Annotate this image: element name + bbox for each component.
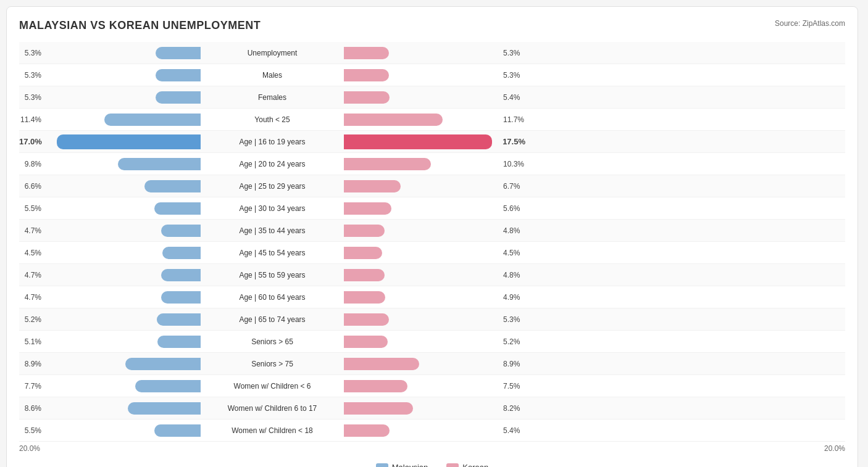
malaysian-label: Malaysian <box>392 463 428 467</box>
right-section: 5.3% <box>340 47 525 59</box>
legend: Malaysian Korean <box>19 463 845 467</box>
right-bar-wrap <box>344 114 501 126</box>
right-bar <box>344 313 389 326</box>
left-value: 5.3% <box>19 71 41 80</box>
bottom-axis-left: 20.0% <box>19 444 40 453</box>
bar-row: 5.2% Age | 65 to 74 years 5.3% <box>19 308 845 331</box>
center-label: Age | 60 to 64 years <box>204 293 340 302</box>
right-bar-wrap <box>344 180 501 192</box>
left-bar <box>156 47 201 59</box>
right-bar-wrap <box>344 380 501 392</box>
left-value: 5.1% <box>19 337 41 346</box>
left-section: 5.2% <box>19 313 204 326</box>
bar-row: 8.6% Women w/ Children 6 to 17 8.2% <box>19 397 845 419</box>
left-bar-wrap <box>44 380 201 392</box>
right-bar <box>344 402 413 415</box>
left-section: 4.7% <box>19 269 204 281</box>
left-value: 4.7% <box>19 293 41 302</box>
left-section: 4.7% <box>19 291 204 304</box>
right-value: 4.9% <box>503 293 525 302</box>
right-value: 4.8% <box>503 271 525 279</box>
chart-title: MALAYSIAN VS KOREAN UNEMPLOYMENT <box>19 19 261 32</box>
bar-row: 5.3% Unemployment 5.3% <box>19 42 845 64</box>
left-bar <box>157 336 201 348</box>
left-section: 4.7% <box>19 225 204 237</box>
center-label: Seniors > 65 <box>204 337 340 346</box>
malaysian-swatch <box>376 463 388 468</box>
right-bar <box>344 91 390 104</box>
left-value: 5.2% <box>19 315 41 324</box>
center-label: Women w/ Children < 18 <box>204 426 340 435</box>
right-value: 7.5% <box>503 382 525 391</box>
right-section: 5.6% <box>340 202 525 215</box>
left-value: 5.3% <box>19 49 41 57</box>
right-bar-wrap <box>344 225 501 237</box>
bar-row: 6.6% Age | 25 to 29 years 6.7% <box>19 175 845 197</box>
right-value: 11.7% <box>503 115 525 124</box>
right-section: 4.8% <box>340 269 525 281</box>
left-section: 17.0% <box>19 134 204 149</box>
right-bar <box>344 291 385 304</box>
right-section: 5.3% <box>340 313 525 326</box>
right-section: 10.3% <box>340 158 525 170</box>
right-value: 4.8% <box>503 226 525 235</box>
right-bar <box>344 134 492 149</box>
center-label: Age | 55 to 59 years <box>204 271 340 279</box>
right-value: 5.4% <box>503 426 525 435</box>
left-value: 7.7% <box>19 382 41 391</box>
right-bar <box>344 180 401 192</box>
center-label: Age | 45 to 54 years <box>204 249 340 257</box>
bar-row: 4.7% Age | 55 to 59 years 4.8% <box>19 264 845 286</box>
left-bar-wrap <box>44 114 201 126</box>
right-bar <box>344 114 443 126</box>
center-label: Unemployment <box>204 49 340 57</box>
left-bar <box>154 202 201 215</box>
right-value: 5.2% <box>503 337 525 346</box>
bar-row: 5.5% Women w/ Children < 18 5.4% <box>19 419 845 442</box>
left-section: 5.3% <box>19 69 204 81</box>
bar-row: 9.8% Age | 20 to 24 years 10.3% <box>19 153 845 175</box>
korean-label: Korean <box>462 463 488 467</box>
left-bar-wrap <box>44 158 201 170</box>
right-bar <box>344 269 385 281</box>
bar-row: 4.7% Age | 35 to 44 years 4.8% <box>19 220 845 242</box>
left-value: 4.7% <box>19 271 41 279</box>
left-value: 4.5% <box>19 249 41 257</box>
left-bar-wrap <box>44 424 201 437</box>
chart-header: MALAYSIAN VS KOREAN UNEMPLOYMENT Source:… <box>19 19 845 32</box>
right-value: 8.2% <box>503 404 525 413</box>
left-value: 8.6% <box>19 404 41 413</box>
left-value: 5.3% <box>19 93 41 102</box>
left-bar <box>161 269 201 281</box>
right-value: 4.5% <box>503 249 525 257</box>
left-bar-wrap <box>44 225 201 237</box>
left-value: 5.5% <box>19 204 41 213</box>
legend-malaysian: Malaysian <box>376 463 428 467</box>
right-section: 5.4% <box>340 424 525 437</box>
bar-row: 5.3% Females 5.4% <box>19 86 845 109</box>
right-section: 4.5% <box>340 247 525 259</box>
right-bar-wrap <box>344 69 501 81</box>
left-section: 9.8% <box>19 158 204 170</box>
korean-swatch <box>446 463 459 468</box>
left-value: 17.0% <box>19 137 42 146</box>
left-bar <box>104 114 201 126</box>
right-section: 8.9% <box>340 358 525 370</box>
left-bar <box>128 402 201 415</box>
bars-container: 5.3% Unemployment 5.3% 5.3% Males <box>19 42 845 442</box>
left-bar-wrap <box>44 291 201 304</box>
left-section: 8.9% <box>19 358 204 370</box>
chart-source: Source: ZipAtlas.com <box>775 19 845 28</box>
right-value: 5.6% <box>503 204 525 213</box>
right-bar <box>344 336 388 348</box>
right-value: 6.7% <box>503 182 525 191</box>
right-bar <box>344 47 389 59</box>
center-label: Women w/ Children < 6 <box>204 382 340 391</box>
right-value: 5.3% <box>503 315 525 324</box>
left-value: 11.4% <box>19 115 41 124</box>
center-label: Women w/ Children 6 to 17 <box>204 404 340 413</box>
right-bar-wrap <box>344 202 501 215</box>
left-bar <box>125 358 201 370</box>
left-bar-wrap <box>44 69 201 81</box>
left-section: 8.6% <box>19 402 204 415</box>
